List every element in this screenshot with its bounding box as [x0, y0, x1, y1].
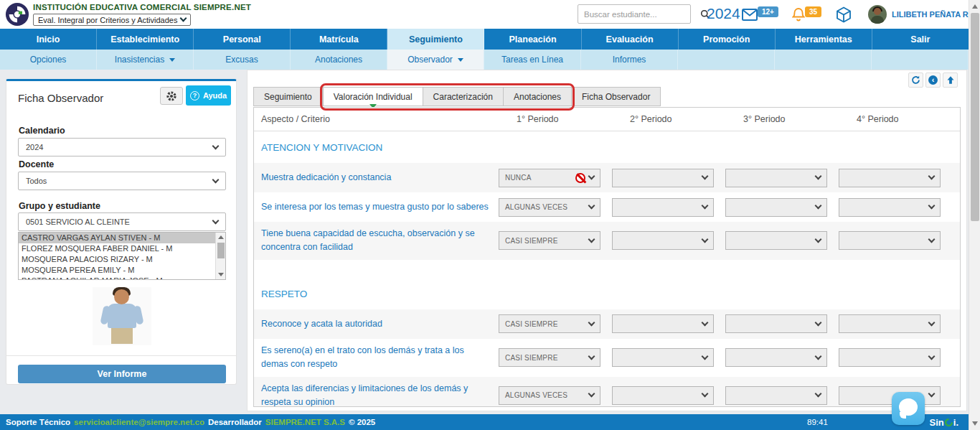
period-4-select[interactable] [839, 314, 941, 333]
nav-inicio[interactable]: Inicio [0, 29, 97, 50]
support-email-link[interactable]: servicioalcliente@siempre.net.co [74, 418, 204, 426]
developer-link[interactable]: SIEMPRE.NET S.A.S [265, 418, 345, 426]
period-3-select[interactable] [725, 314, 827, 333]
apps-cube-icon[interactable] [836, 6, 852, 26]
tab-seguimiento[interactable]: Seguimiento [253, 87, 323, 106]
scroll-thumb[interactable] [971, 13, 979, 221]
student-list-item[interactable]: PASTRANA AGUILAR MARIA JOSE - M [19, 276, 225, 280]
notifications-bell-icon[interactable] [792, 7, 805, 24]
period-2-select[interactable] [612, 348, 714, 367]
period-1-select[interactable]: CASI SIEMPRE [499, 348, 600, 367]
period-cell [839, 231, 960, 250]
calendar-select[interactable]: 2024 [18, 138, 226, 156]
period-2-select[interactable] [612, 198, 714, 217]
period-3-select[interactable] [725, 386, 827, 405]
tab-valoracion-individual[interactable]: Valoración Individual [323, 87, 423, 106]
footer-bar: Soporte Técnico servicioalcliente@siempr… [0, 414, 969, 430]
period-1-select[interactable]: ALGUNAS VECES [499, 198, 600, 217]
user-name[interactable]: LILIBETH PEÑATA R... [892, 10, 975, 19]
module-selector[interactable]: Eval. Integral por Criterios y Actividad… [33, 14, 191, 26]
period-2-select[interactable] [612, 231, 714, 250]
chat-widget-button[interactable] [892, 392, 925, 425]
nav-planeacion[interactable]: Planeación [484, 29, 581, 50]
app-logo-icon [5, 2, 29, 27]
chevron-down-icon [928, 352, 936, 360]
nav-salir[interactable]: Salir [872, 29, 969, 50]
period-4-select[interactable] [839, 348, 941, 367]
user-avatar[interactable] [868, 5, 887, 24]
nav-establecimiento[interactable]: Establecimiento [97, 29, 194, 50]
scroll-thumb[interactable] [217, 243, 225, 258]
help-icon: ? [190, 91, 199, 101]
messages-badge[interactable]: 12+ [758, 6, 778, 17]
tab-anotaciones[interactable]: Anotaciones [504, 87, 572, 106]
main-panel: ‹ Seguimiento Valoración Individual Cara… [247, 70, 967, 411]
divider [6, 355, 236, 356]
subnav-informes[interactable]: Informes [581, 50, 678, 70]
nav-herramientas[interactable]: Herramientas [776, 29, 872, 50]
scroll-down-icon[interactable] [972, 421, 978, 426]
criteria-row: Se interesa por los temas y muestra gust… [254, 192, 960, 222]
highlighted-tab-group: Valoración Individual Caracterización An… [323, 87, 572, 106]
school-year[interactable]: 2024 [707, 5, 740, 22]
period-3-select[interactable] [725, 348, 827, 367]
content-tabs: Seguimiento Valoración Individual Caract… [253, 87, 661, 106]
scroll-top-button[interactable] [943, 73, 958, 88]
period-3-select[interactable] [725, 231, 827, 250]
group-select[interactable]: 0501 SERVICIO AL CLEINTE [18, 212, 226, 231]
period-3-select[interactable] [725, 198, 827, 217]
period-1-select[interactable]: CASI SIEMPRE [499, 314, 600, 333]
scroll-up-icon[interactable] [972, 4, 978, 9]
teacher-select[interactable]: Todos [18, 172, 226, 190]
period-3-select[interactable] [725, 169, 827, 187]
support-label: Soporte Técnico [6, 418, 70, 426]
chevron-down-icon [815, 391, 822, 398]
settings-button[interactable] [160, 87, 183, 105]
nav-matricula[interactable]: Matrícula [291, 29, 387, 50]
table-header-row: Aspecto / Criterio 1° Periodo 2° Periodo… [254, 108, 960, 131]
student-list-item[interactable]: MOSQUERA PEREA EMILY - M [19, 265, 225, 276]
subnav-tareas-en-linea[interactable]: Tareas en Línea [484, 50, 581, 70]
messages-icon[interactable] [742, 9, 758, 24]
view-report-button[interactable]: Ver Informe [18, 365, 226, 383]
period-4-select[interactable] [839, 231, 941, 250]
nav-seguimiento[interactable]: Seguimiento [387, 29, 484, 50]
period-1-select[interactable]: ALGUNAS VECES [499, 386, 600, 405]
subnav-excusas[interactable]: Excusas [194, 50, 291, 70]
list-scrollbar[interactable] [215, 233, 225, 279]
notifications-badge[interactable]: 35 [805, 6, 821, 17]
period-4-select[interactable] [839, 169, 941, 187]
subnav-observador[interactable]: Observador [387, 50, 484, 70]
scroll-up-icon[interactable] [218, 235, 224, 239]
subnav-label: Opciones [30, 55, 67, 65]
nav-promocion[interactable]: Promoción [679, 29, 776, 50]
back-button[interactable]: ‹ [925, 73, 941, 88]
nav-personal[interactable]: Personal [194, 29, 291, 50]
period-4-select[interactable] [839, 198, 941, 217]
subnav-opciones[interactable]: Opciones [0, 50, 97, 70]
subnav-anotaciones[interactable]: Anotaciones [291, 50, 387, 70]
subnav-inasistencias[interactable]: Inasistencias [97, 50, 194, 70]
chevron-down-icon [588, 235, 595, 243]
student-list-item[interactable]: FLOREZ MOSQUERA FABER DANIEL - M [19, 243, 225, 254]
criteria-row: Es sereno(a) en el trato con los demás y… [254, 339, 960, 377]
period-2-select[interactable] [612, 169, 714, 187]
developer-label: Desarrollador [208, 418, 262, 426]
period-1-select[interactable]: CASI SIEMPRE [499, 231, 600, 250]
tab-caracterizacion[interactable]: Caracterización [423, 87, 504, 106]
chevron-down-icon [815, 235, 822, 243]
student-list-item[interactable]: CASTRO VARGAS AYLAN STIVEN - M [19, 233, 225, 243]
help-button[interactable]: ? Ayuda [186, 85, 231, 106]
nav-evaluacion[interactable]: Evaluación [582, 29, 679, 50]
scroll-down-icon[interactable] [218, 273, 224, 276]
refresh-button[interactable] [908, 73, 923, 88]
period-2-select[interactable] [612, 314, 714, 333]
page-scrollbar[interactable] [969, 0, 980, 430]
student-list-item[interactable]: MOSQUERA PALACIOS RIZARY - M [19, 254, 225, 265]
tab-ficha-observador[interactable]: Ficha Observador [572, 87, 661, 106]
period-4-select[interactable] [839, 386, 941, 405]
period-1-select[interactable]: NUNCA [499, 169, 600, 187]
search-input[interactable] [578, 10, 700, 19]
criterion-label: Acepta las diferencias y limitaciones de… [254, 382, 499, 408]
period-2-select[interactable] [612, 386, 714, 405]
